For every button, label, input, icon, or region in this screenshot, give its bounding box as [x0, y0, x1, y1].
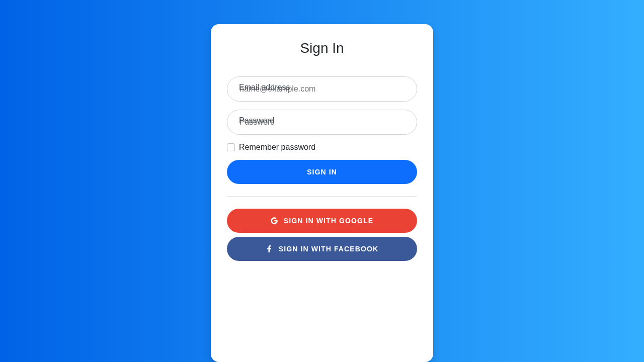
email-input[interactable] [227, 76, 417, 102]
google-icon [271, 217, 278, 224]
submit-wrapper: Sign in [227, 160, 417, 184]
google-wrapper: Sign in with Google [227, 209, 417, 233]
google-button-label: Sign in with Google [284, 217, 373, 225]
password-field-wrapper: Password [227, 110, 417, 135]
signin-card: Sign In Email address Password Remember … [211, 24, 433, 362]
remember-checkbox[interactable] [227, 143, 235, 151]
remember-label[interactable]: Remember password [239, 143, 315, 152]
signin-button[interactable]: Sign in [227, 160, 417, 184]
google-signin-button[interactable]: Sign in with Google [227, 209, 417, 233]
password-input[interactable] [227, 110, 417, 135]
email-field-wrapper: Email address [227, 76, 417, 102]
facebook-button-label: Sign in with Facebook [279, 245, 379, 253]
card-title: Sign In [227, 40, 417, 56]
facebook-signin-button[interactable]: Sign in with Facebook [227, 237, 417, 261]
signin-form: Email address Password Remember password… [227, 76, 417, 261]
remember-check: Remember password [227, 143, 417, 152]
signin-button-label: Sign in [307, 168, 337, 176]
divider [227, 196, 417, 197]
facebook-icon [266, 245, 273, 252]
facebook-wrapper: Sign in with Facebook [227, 237, 417, 261]
